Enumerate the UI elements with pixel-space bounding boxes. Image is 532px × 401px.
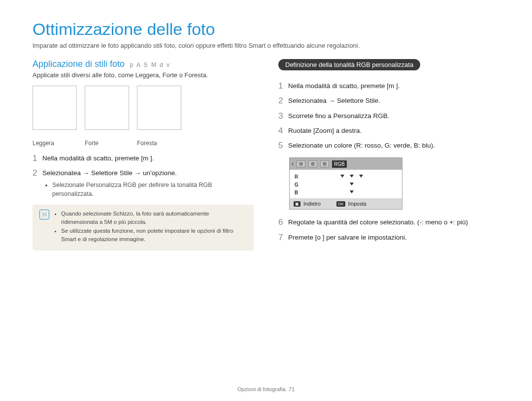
right-steps-b: 6Regolate la quantità del colore selezio…	[278, 217, 499, 243]
style-label: Forte	[85, 140, 129, 147]
rgb-track	[302, 190, 397, 194]
page-subtitle: Imparate ad ottimizzare le foto applican…	[33, 42, 499, 49]
step-number: 3	[278, 111, 288, 121]
step-number: 6	[278, 217, 288, 227]
step-text: Nella modalità di scatto, premete [m ].	[288, 81, 400, 91]
topic-pill: Definizione della tonalità RGB personali…	[278, 59, 420, 70]
right-column: Definizione della tonalità RGB personali…	[278, 59, 499, 250]
back-symbol-icon: ▣	[294, 201, 300, 207]
rgb-track	[302, 183, 397, 186]
step-text: Scorrete fino a Personalizza RGB.	[288, 111, 390, 121]
section-header: Applicazione di stili foto p A S M d v	[33, 59, 254, 69]
note-list: Quando selezionate Schizzo, la foto sarà…	[61, 210, 247, 244]
rgb-tabs: ‹ RGB	[290, 158, 402, 170]
step-3: 3Scorrete fino a Personalizza RGB.	[278, 111, 499, 121]
step-text: Ruotate [Zoom] a destra.	[288, 126, 362, 136]
note-item: Quando selezionate Schizzo, la foto sarà…	[61, 210, 247, 227]
rgb-channel-label: R	[295, 174, 299, 180]
step-text: Nella modalità di scatto, premete [m ].	[42, 154, 154, 163]
step-subitem: Selezionate Personalizza RGB per definir…	[52, 181, 254, 199]
step-7: 7Premete [o ] per salvare le impostazion…	[278, 233, 499, 243]
ok-symbol-icon: OK	[336, 201, 345, 207]
section-description: Applicate stili diversi alle foto, come …	[33, 71, 254, 79]
step-number: 5	[278, 141, 288, 151]
step-2: 2 Selezionatea → Selettore Stile → un'op…	[33, 168, 254, 199]
palette-icon	[297, 160, 305, 167]
back-label: Indietro	[303, 201, 321, 207]
step-number: 2	[33, 168, 42, 178]
set-label: Imposta	[348, 201, 366, 207]
palette-icon	[320, 160, 329, 167]
rgb-tab-selected: RGB	[332, 160, 347, 168]
step-number: 4	[278, 126, 288, 136]
style-thumbnail	[137, 86, 181, 130]
rgb-row-r: R	[295, 173, 397, 181]
style-examples: Leggera Forte Foresta	[33, 86, 254, 147]
rgb-row-g: G	[295, 181, 397, 188]
step-1: 1Nella modalità di scatto, premete [m ].	[278, 81, 499, 91]
left-column: Applicazione di stili foto p A S M d v A…	[33, 59, 254, 250]
page-footer: Opzioni di fotografia 71	[0, 386, 532, 392]
note-item: Se utilizzate questa funzione, non potet…	[61, 227, 247, 244]
step-text: Premete [o ] per salvare le impostazioni…	[288, 233, 407, 243]
rgb-row-b: B	[295, 188, 397, 196]
style-label: Leggera	[33, 140, 77, 147]
svg-point-0	[299, 162, 303, 166]
step-4: 4Ruotate [Zoom] a destra.	[278, 126, 499, 136]
note-icon	[39, 210, 49, 219]
mode-indicators: p A S M d v	[130, 62, 171, 68]
svg-point-2	[323, 162, 327, 166]
rgb-panel: ‹ RGB R G	[289, 157, 402, 210]
step-number: 1	[278, 81, 288, 91]
step-number: 2	[278, 96, 288, 106]
chevron-left-icon: ‹	[292, 160, 294, 167]
rgb-footer: ▣ Indietro OK Imposta	[290, 198, 402, 209]
rgb-track	[302, 175, 397, 179]
step-sublist: Selezionate Personalizza RGB per definir…	[52, 181, 254, 199]
right-steps-a: 1Nella modalità di scatto, premete [m ].…	[278, 81, 499, 151]
step-number: 7	[278, 233, 288, 243]
page-title: Ottimizzazione delle foto	[33, 20, 499, 39]
footer-page-number: 71	[289, 386, 295, 392]
content-columns: Applicazione di stili foto p A S M d v A…	[33, 59, 499, 250]
step-5: 5Selezionate un colore (R: rosso, G: ver…	[278, 141, 499, 151]
left-steps: 1 Nella modalità di scatto, premete [m ]…	[33, 154, 254, 199]
step-text: Selezionatea → Selettore Stile → un'opzi…	[42, 168, 254, 199]
footer-section: Opzioni di fotografia	[237, 386, 286, 392]
rgb-sliders: R G B	[290, 170, 402, 198]
style-item-leggera: Leggera	[33, 86, 77, 147]
step-text: Regolate la quantità del colore selezion…	[288, 217, 468, 227]
step-main: Selezionatea → Selettore Stile → un'opzi…	[42, 169, 177, 177]
step-text: Selezionatea → Selettore Stile.	[288, 96, 380, 106]
step-number: 1	[33, 154, 42, 163]
palette-icon	[308, 160, 317, 167]
style-thumbnail	[33, 86, 77, 130]
rgb-channel-label: G	[295, 182, 299, 187]
step-1: 1 Nella modalità di scatto, premete [m ]…	[33, 154, 254, 163]
step-text: Selezionate un colore (R: rosso, G: verd…	[288, 141, 435, 151]
step-2: 2Selezionatea → Selettore Stile.	[278, 96, 499, 106]
section-heading: Applicazione di stili foto	[33, 59, 125, 69]
style-item-forte: Forte	[85, 86, 129, 147]
svg-point-1	[311, 162, 315, 166]
note-box: Quando selezionate Schizzo, la foto sarà…	[33, 205, 254, 250]
rgb-channel-label: B	[295, 190, 299, 195]
style-label: Foresta	[137, 140, 181, 147]
step-6: 6Regolate la quantità del colore selezio…	[278, 217, 499, 227]
style-item-foresta: Foresta	[137, 86, 181, 147]
style-thumbnail	[85, 86, 129, 130]
